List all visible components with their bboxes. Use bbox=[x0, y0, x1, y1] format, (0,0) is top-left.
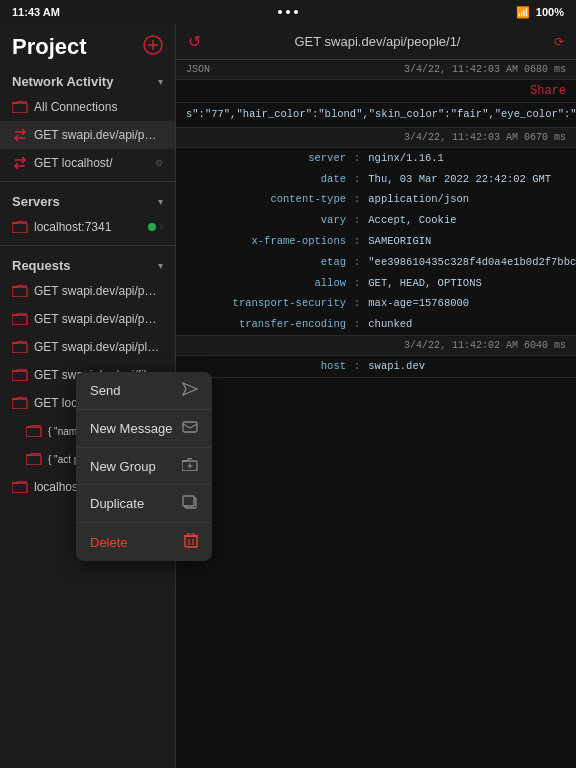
header-content-type: content-type : application/json bbox=[176, 189, 576, 210]
add-button[interactable] bbox=[143, 35, 163, 59]
svg-rect-11 bbox=[12, 343, 27, 353]
response-meta-3: 3/4/22, 11:42:02 AM 6040 ms bbox=[176, 336, 576, 356]
servers-chevron: ▾ bbox=[158, 196, 163, 207]
servers-title: Servers bbox=[12, 194, 60, 209]
sidebar-item-get-people-1[interactable]: GET swapi.dev/api/people/1/ bbox=[0, 121, 175, 149]
sidebar-item-req-1[interactable]: GET swapi.dev/api/people/1/ bbox=[0, 277, 175, 305]
transfer-icon-2 bbox=[12, 155, 28, 171]
context-menu-delete[interactable]: Delete bbox=[76, 523, 212, 561]
header-x-frame: x-frame-options : SAMEORIGIN bbox=[176, 231, 576, 252]
sidebar-header: Project bbox=[0, 24, 175, 66]
delete-icon bbox=[184, 533, 198, 551]
refresh-icon[interactable]: ↺ bbox=[188, 32, 201, 51]
folder-icon-req-5 bbox=[12, 395, 28, 411]
header-date: date : Thu, 03 Mar 2022 22:42:02 GMT bbox=[176, 169, 576, 190]
svg-rect-12 bbox=[12, 371, 27, 381]
folder-icon-req-1 bbox=[12, 283, 28, 299]
svg-rect-18 bbox=[183, 422, 197, 432]
folder-icon bbox=[12, 99, 28, 115]
network-activity-title: Network Activity bbox=[12, 74, 113, 89]
status-right: 📶 100% bbox=[516, 6, 564, 19]
server-arrow-icon: › bbox=[160, 222, 163, 232]
delete-label: Delete bbox=[90, 535, 128, 550]
svg-rect-24 bbox=[185, 536, 197, 547]
content-header: ↺ GET swapi.dev/api/people/1/ ⟳ bbox=[176, 24, 576, 60]
header-allow: allow : GET, HEAD, OPTIONS bbox=[176, 273, 576, 294]
content-area: ↺ GET swapi.dev/api/people/1/ ⟳ JSON 3/4… bbox=[176, 24, 576, 768]
response-meta-1: JSON 3/4/22, 11:42:03 AM 0680 ms bbox=[176, 60, 576, 80]
duplicate-label: Duplicate bbox=[90, 496, 144, 511]
folder-icon-server bbox=[12, 219, 28, 235]
context-menu: Send New Message New Group Duplicate Del… bbox=[76, 372, 212, 561]
response-body-1: s":"77","hair_color":"blond","skin_color… bbox=[176, 103, 576, 127]
transfer-icon bbox=[12, 127, 28, 143]
req-3-label: GET swapi.dev/api/planets/3/ bbox=[34, 340, 163, 354]
header-etag: etag : "ee398610435c328f4d0a4e1b0d2f7bbc… bbox=[176, 252, 576, 273]
context-menu-send[interactable]: Send bbox=[76, 372, 212, 410]
headers-section-2: host : swapi.dev bbox=[176, 356, 576, 377]
response-format-label: JSON bbox=[186, 64, 210, 75]
settings-icon: ⚙ bbox=[155, 158, 163, 168]
share-link[interactable]: Share bbox=[530, 84, 566, 98]
svg-rect-9 bbox=[12, 287, 27, 297]
get-localhost-label: GET localhost/ bbox=[34, 156, 149, 170]
requests-title: Requests bbox=[12, 258, 71, 273]
folder-icon-child-1 bbox=[26, 423, 42, 439]
servers-section: Servers ▾ bbox=[0, 186, 175, 213]
localhost-7341-label: localhost:7341 bbox=[34, 220, 142, 234]
sidebar-item-req-3[interactable]: GET swapi.dev/api/planets/3/ bbox=[0, 333, 175, 361]
new-group-label: New Group bbox=[90, 459, 156, 474]
status-center bbox=[278, 10, 298, 14]
status-bar: 11:43 AM 📶 100% bbox=[0, 0, 576, 24]
network-activity-section: Network Activity ▾ bbox=[0, 66, 175, 93]
new-message-label: New Message bbox=[90, 421, 172, 436]
svg-rect-15 bbox=[26, 455, 41, 465]
network-activity-chevron: ▾ bbox=[158, 76, 163, 87]
all-connections-label: All Connections bbox=[34, 100, 163, 114]
status-time: 11:43 AM bbox=[12, 6, 60, 18]
header-transfer-encoding: transfer-encoding : chunked bbox=[176, 314, 576, 335]
new-group-icon bbox=[182, 458, 198, 474]
context-menu-new-message[interactable]: New Message bbox=[76, 410, 212, 448]
sidebar-item-req-2[interactable]: GET swapi.dev/api/people/2/ bbox=[0, 305, 175, 333]
svg-rect-14 bbox=[26, 427, 41, 437]
header-transport-security: transport-security : max-age=15768000 bbox=[176, 293, 576, 314]
send-label: Send bbox=[90, 383, 120, 398]
svg-rect-26 bbox=[188, 533, 194, 536]
requests-section: Requests ▾ bbox=[0, 250, 175, 277]
response-timestamp-2: 3/4/22, 11:42:03 AM 0670 ms bbox=[404, 132, 566, 143]
req-1-label: GET swapi.dev/api/people/1/ bbox=[34, 284, 163, 298]
folder-icon-req-4 bbox=[12, 367, 28, 383]
context-menu-new-group[interactable]: New Group bbox=[76, 448, 212, 485]
sidebar-item-localhost-7341[interactable]: localhost:7341 › bbox=[0, 213, 175, 241]
req-2-label: GET swapi.dev/api/people/2/ bbox=[34, 312, 163, 326]
svg-rect-8 bbox=[12, 223, 27, 233]
response-section-1: JSON 3/4/22, 11:42:03 AM 0680 ms Share s… bbox=[176, 60, 576, 128]
folder-icon-localhost2 bbox=[12, 479, 28, 495]
sidebar-item-get-localhost[interactable]: GET localhost/ ⚙ bbox=[0, 149, 175, 177]
response-timestamp-3: 3/4/22, 11:42:02 AM 6040 ms bbox=[404, 340, 566, 351]
new-message-icon bbox=[182, 420, 198, 437]
svg-rect-3 bbox=[12, 103, 27, 113]
svg-rect-13 bbox=[12, 399, 27, 409]
add-icon bbox=[143, 35, 163, 55]
share-button[interactable]: ⟳ bbox=[554, 35, 564, 49]
folder-icon-req-2 bbox=[12, 311, 28, 327]
online-indicator bbox=[148, 223, 156, 231]
response-section-2: 3/4/22, 11:42:03 AM 0670 ms server : ngi… bbox=[176, 128, 576, 336]
header-host: host : swapi.dev bbox=[176, 356, 576, 377]
headers-section-1: server : nginx/1.16.1 date : Thu, 03 Mar… bbox=[176, 148, 576, 335]
response-section-3: 3/4/22, 11:42:02 AM 6040 ms host : swapi… bbox=[176, 336, 576, 378]
response-panel[interactable]: JSON 3/4/22, 11:42:03 AM 0680 ms Share s… bbox=[176, 60, 576, 768]
context-menu-duplicate[interactable]: Duplicate bbox=[76, 485, 212, 523]
content-title: GET swapi.dev/api/people/1/ bbox=[295, 34, 461, 49]
sidebar-item-all-connections[interactable]: All Connections bbox=[0, 93, 175, 121]
svg-rect-10 bbox=[12, 315, 27, 325]
requests-chevron: ▾ bbox=[158, 260, 163, 271]
response-share-row: Share bbox=[176, 80, 576, 103]
wifi-icon: 📶 bbox=[516, 6, 530, 19]
folder-icon-child-2 bbox=[26, 451, 42, 467]
send-icon bbox=[182, 382, 198, 399]
project-title: Project bbox=[12, 34, 87, 60]
svg-rect-23 bbox=[183, 496, 194, 506]
